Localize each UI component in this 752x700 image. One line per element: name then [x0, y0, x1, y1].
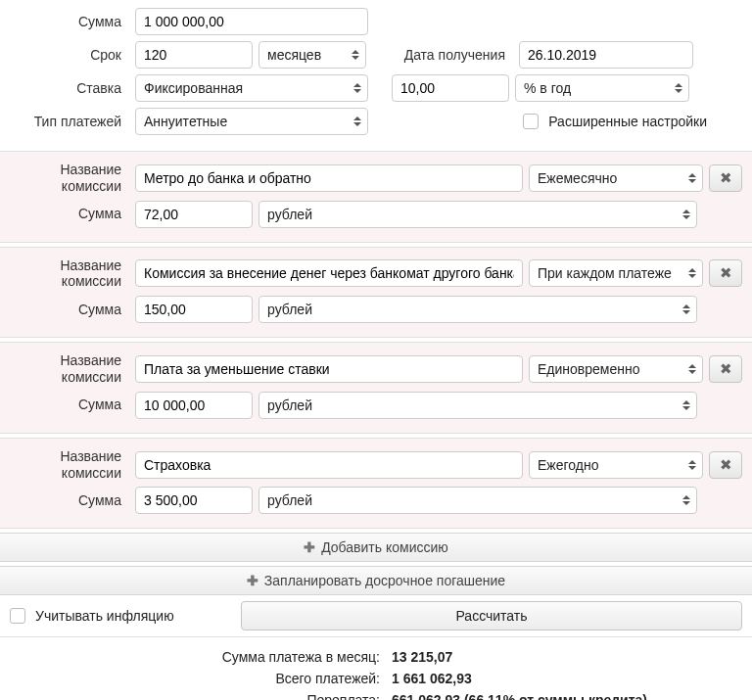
delete-commission-button[interactable]: ✖ [709, 355, 742, 383]
delete-commission-button[interactable]: ✖ [709, 164, 742, 192]
commission-name-input[interactable] [135, 451, 523, 479]
commission-freq-select[interactable]: Ежегодно [529, 451, 703, 479]
commission-freq-value: Единовременно [538, 361, 640, 377]
close-icon: ✖ [720, 360, 732, 378]
inflation-checkbox[interactable] [10, 608, 25, 624]
amount-input[interactable] [135, 8, 368, 35]
commission-unit-select[interactable]: рублей [258, 296, 697, 323]
term-unit-value: месяцев [267, 47, 321, 63]
rate-label: Ставка [10, 80, 129, 97]
commission-block: Название комиссии Ежемесячно ✖ Сумма руб… [0, 151, 752, 243]
commission-amount-label: Сумма [10, 397, 129, 413]
result-monthly-label: Сумма платежа в месяц: [10, 649, 392, 665]
delete-commission-button[interactable]: ✖ [709, 259, 742, 287]
commission-name-label: Название комиссии [10, 352, 129, 386]
inflation-label: Учитывать инфляцию [35, 608, 231, 624]
commission-amount-input[interactable] [135, 487, 253, 514]
commission-name-label: Название комиссии [10, 448, 129, 482]
plus-icon: ✚ [304, 539, 315, 555]
rate-type-value: Фиксированная [144, 80, 243, 96]
commission-name-input[interactable] [135, 259, 523, 287]
commission-freq-select[interactable]: При каждом платеже [529, 259, 703, 287]
close-icon: ✖ [720, 456, 732, 474]
advanced-label: Расширенные настройки [548, 114, 707, 129]
term-input[interactable] [135, 41, 253, 69]
commission-amount-input[interactable] [135, 392, 253, 419]
commission-amount-label: Сумма [10, 206, 129, 222]
result-overpay-label: Переплата: [10, 692, 392, 700]
amount-label: Сумма [10, 14, 129, 30]
result-overpay-value: 661 062,93 (66,11% от суммы кредита) [392, 692, 647, 700]
calculate-button[interactable]: Рассчитать [241, 601, 742, 630]
commission-name-input[interactable] [135, 164, 523, 192]
commission-amount-label: Сумма [10, 492, 129, 509]
result-monthly-value: 13 215,07 [392, 649, 452, 665]
result-total-label: Всего платежей: [10, 671, 392, 686]
payment-type-label: Тип платежей [10, 114, 129, 130]
commission-name-label: Название комиссии [10, 162, 129, 195]
calculate-label: Рассчитать [455, 608, 527, 624]
close-icon: ✖ [720, 264, 732, 282]
commission-name-label: Название комиссии [10, 257, 129, 291]
plan-early-button[interactable]: ✚ Запланировать досрочное погашение [0, 566, 752, 595]
result-total-value: 1 661 062,93 [392, 671, 472, 686]
add-commission-label: Добавить комиссию [321, 539, 448, 555]
date-label: Дата получения [396, 47, 513, 64]
rate-value-input[interactable] [392, 74, 509, 102]
commission-unit-select[interactable]: рублей [258, 201, 697, 228]
commission-amount-input[interactable] [135, 201, 253, 228]
commission-freq-value: При каждом платеже [538, 265, 672, 281]
rate-type-select[interactable]: Фиксированная [135, 74, 368, 102]
commission-amount-input[interactable] [135, 296, 253, 323]
add-commission-button[interactable]: ✚ Добавить комиссию [0, 533, 752, 562]
close-icon: ✖ [720, 169, 732, 187]
commission-name-input[interactable] [135, 355, 523, 383]
commission-unit-value: рублей [267, 207, 312, 222]
commission-block: Название комиссии Ежегодно ✖ Сумма рубле… [0, 438, 752, 530]
commission-unit-value: рублей [267, 492, 312, 508]
term-label: Срок [10, 47, 129, 64]
commission-freq-select[interactable]: Единовременно [529, 355, 703, 383]
date-input[interactable] [519, 41, 693, 69]
plus-icon: ✚ [247, 573, 258, 588]
commission-unit-value: рублей [267, 302, 312, 317]
delete-commission-button[interactable]: ✖ [709, 451, 742, 479]
rate-unit-select[interactable]: % в год [515, 74, 689, 102]
advanced-checkbox[interactable] [523, 114, 539, 129]
commission-freq-select[interactable]: Ежемесячно [529, 164, 703, 192]
term-unit-select[interactable]: месяцев [258, 41, 366, 69]
rate-unit-value: % в год [524, 80, 571, 96]
plan-early-label: Запланировать досрочное погашение [264, 573, 505, 588]
commission-unit-select[interactable]: рублей [258, 392, 697, 419]
commission-unit-value: рублей [267, 397, 312, 413]
commission-block: Название комиссии Единовременно ✖ Сумма … [0, 342, 752, 434]
commission-unit-select[interactable]: рублей [258, 487, 697, 514]
commission-block: Название комиссии При каждом платеже ✖ С… [0, 247, 752, 339]
commission-freq-value: Ежегодно [538, 457, 598, 473]
commission-amount-label: Сумма [10, 302, 129, 318]
payment-type-value: Аннуитетные [144, 114, 227, 129]
commission-freq-value: Ежемесячно [538, 170, 617, 186]
payment-type-select[interactable]: Аннуитетные [135, 108, 368, 135]
